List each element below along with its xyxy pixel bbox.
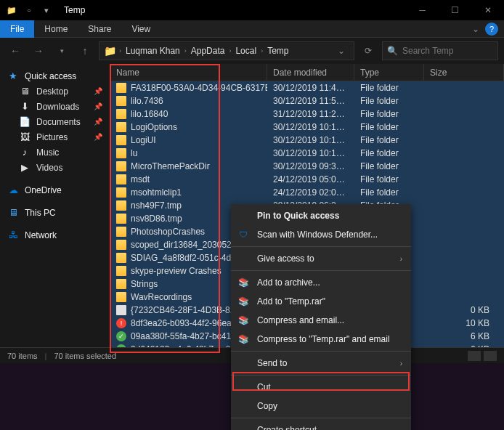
chevron-right-icon: ›	[400, 360, 402, 368]
sidebar-item-label: Pictures	[36, 132, 68, 142]
qat-icon[interactable]: ▫	[22, 3, 36, 17]
cm-compress2[interactable]: 📚Compress to "Temp.rar" and email	[231, 330, 411, 349]
qat-down-icon[interactable]: ▾	[39, 3, 54, 17]
close-button[interactable]: ✕	[471, 0, 504, 20]
cm-shortcut[interactable]: Create shortcut	[231, 421, 411, 430]
file-name: MicroThemePackDir	[131, 161, 210, 171]
chevron-down-icon[interactable]: ⌄	[333, 46, 349, 56]
file-name: Strings	[131, 279, 158, 289]
breadcrumb-item[interactable]: Local	[234, 46, 258, 56]
sidebar-quick-access[interactable]: ★ Quick access	[0, 68, 110, 84]
file-date: 24/12/2019 05:01 PM	[267, 174, 354, 184]
file-date: 30/12/2019 10:17 AM	[267, 122, 354, 132]
folder-icon	[116, 240, 126, 250]
chevron-right-icon: ›	[229, 47, 231, 54]
table-row[interactable]: msohtmlclip124/12/2019 02:05 PMFile fold…	[110, 186, 504, 199]
cm-give-access[interactable]: Give access to›	[231, 249, 411, 268]
sidebar-item[interactable]: 📄Documents📌	[0, 114, 110, 129]
minimize-button[interactable]: ─	[406, 0, 439, 20]
refresh-button[interactable]: ⟳	[359, 41, 378, 60]
up-button[interactable]: ↑	[76, 41, 94, 60]
navbar: ← → ▾ ↑ 📁 › Luqman Khan › AppData › Loca…	[0, 38, 504, 64]
file-name: lu	[131, 148, 137, 158]
search-icon: 🔍	[387, 46, 398, 56]
ribbon-expand-icon[interactable]: ⌄	[466, 24, 485, 34]
ribbon-file[interactable]: File	[0, 20, 34, 38]
sidebar-thispc[interactable]: 🖥 This PC	[0, 205, 110, 220]
sidebar-label: OneDrive	[25, 185, 62, 195]
history-dropdown[interactable]: ▾	[52, 41, 71, 60]
breadcrumb-item[interactable]: AppData	[190, 46, 227, 56]
forward-button[interactable]: →	[29, 41, 48, 60]
sidebar-label: This PC	[25, 208, 56, 218]
table-row[interactable]: lilo.1684031/12/2019 11:26 AMFile folder	[110, 108, 504, 121]
item-icon: ⬇	[19, 101, 31, 112]
cm-compress[interactable]: 📚Compress and email...	[231, 311, 411, 330]
table-row[interactable]: FA318F00-53A0-4D34-94CB-6317B36686...30/…	[110, 81, 504, 94]
cm-sendto[interactable]: Send to›	[231, 354, 411, 373]
item-icon: 📄	[19, 116, 31, 127]
cm-copy[interactable]: Copy	[231, 397, 411, 415]
table-row[interactable]: LogiUI30/12/2019 10:16 AMFile folder	[110, 134, 504, 147]
breadcrumb-item[interactable]: Temp	[266, 46, 290, 56]
file-type: File folder	[354, 135, 424, 145]
file-name: lilo.16840	[131, 109, 168, 119]
sidebar-onedrive[interactable]: ☁ OneDrive	[0, 182, 110, 198]
column-name[interactable]: Name	[110, 64, 267, 81]
folder-icon	[116, 96, 126, 106]
ribbon-share[interactable]: Share	[78, 20, 121, 38]
item-icon: ▶	[19, 162, 31, 173]
breadcrumb[interactable]: 📁 › Luqman Khan › AppData › Local › Temp…	[99, 41, 354, 60]
sidebar-item[interactable]: ♪Music	[0, 145, 110, 160]
item-icon: 🖥	[19, 86, 31, 97]
help-button[interactable]: ?	[485, 23, 498, 36]
table-row[interactable]: MicroThemePackDir30/12/2019 09:36 PMFile…	[110, 160, 504, 173]
chevron-right-icon: ›	[119, 47, 121, 54]
table-row[interactable]: LogiOptions30/12/2019 10:17 AMFile folde…	[110, 121, 504, 134]
sidebar-item[interactable]: ⬇Downloads📌	[0, 99, 110, 114]
breadcrumb-item[interactable]: Luqman Khan	[124, 46, 182, 56]
pin-icon	[237, 210, 250, 222]
sidebar-item-label: Downloads	[36, 102, 79, 112]
column-type[interactable]: Type	[354, 64, 424, 81]
table-row[interactable]: msdt24/12/2019 05:01 PMFile folder	[110, 173, 504, 186]
cm-pin[interactable]: Pin to Quick access	[231, 206, 411, 225]
cm-archive[interactable]: 📚Add to archive...	[231, 273, 411, 292]
file-icon	[116, 305, 126, 315]
file-name: LogiOptions	[131, 122, 177, 132]
sidebar-item[interactable]: 🖥Desktop📌	[0, 84, 110, 99]
table-row[interactable]: lilo.743630/12/2019 11:52 AMFile folder	[110, 94, 504, 108]
file-type: File folder	[354, 174, 424, 184]
window-title: Temp	[64, 5, 85, 15]
file-date: 24/12/2019 02:05 PM	[267, 187, 354, 198]
sidebar-network[interactable]: 🖧 Network	[0, 227, 110, 243]
column-size[interactable]: Size	[424, 64, 504, 81]
cm-cut[interactable]: Cut	[231, 378, 411, 397]
column-date[interactable]: Date modified	[267, 64, 354, 81]
view-details-button[interactable]	[468, 351, 481, 361]
search-input[interactable]	[402, 46, 493, 56]
sidebar-item[interactable]: ▶Videos	[0, 160, 110, 175]
chevron-right-icon: ›	[261, 47, 263, 54]
ribbon: File Home Share View ⌄ ?	[0, 20, 504, 38]
file-date: 30/12/2019 09:36 PM	[267, 161, 354, 171]
file-name: WavRecordings	[131, 292, 192, 302]
sidebar-item-label: Music	[36, 147, 59, 158]
search-box[interactable]: 🔍	[382, 41, 498, 60]
cm-defender[interactable]: 🛡Scan with Windows Defender...	[231, 225, 411, 244]
file-name: PhotoshopCrashes	[131, 227, 205, 237]
table-row[interactable]: lu30/12/2019 10:16 AMFile folder	[110, 147, 504, 160]
context-menu: Pin to Quick access 🛡Scan with Windows D…	[231, 204, 411, 430]
cm-temprar[interactable]: 📚Add to "Temp.rar"	[231, 292, 411, 311]
ribbon-home[interactable]: Home	[34, 20, 78, 38]
maximize-button[interactable]: ☐	[439, 0, 471, 20]
sidebar-item[interactable]: 🖼Pictures📌	[0, 129, 110, 145]
ribbon-view[interactable]: View	[121, 20, 160, 38]
view-icons-button[interactable]	[484, 351, 497, 361]
back-button[interactable]: ←	[6, 41, 25, 60]
pin-icon: 📌	[94, 102, 102, 110]
folder-icon	[116, 227, 126, 237]
file-name: nsv8D86.tmp	[131, 214, 182, 224]
folder-icon	[116, 266, 126, 276]
file-type: File folder	[354, 96, 424, 106]
